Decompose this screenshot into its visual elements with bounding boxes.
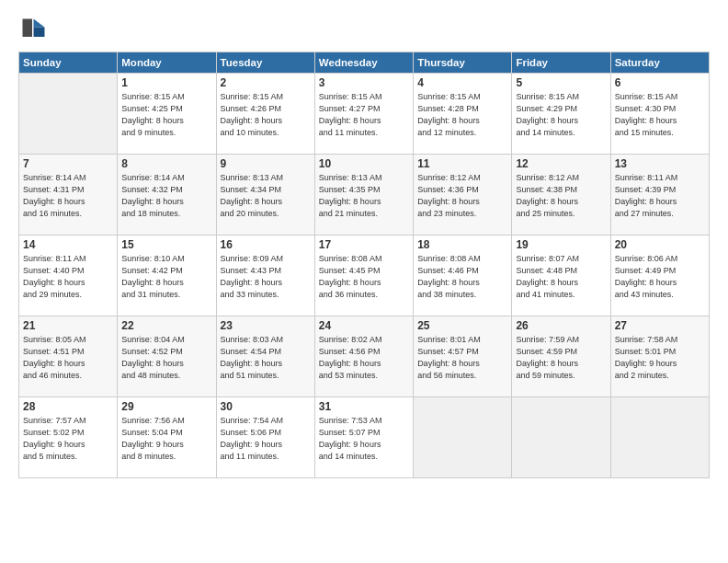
day-number: 23 — [221, 319, 311, 332]
day-info: Sunrise: 8:15 AM Sunset: 4:26 PM Dayligh… — [221, 91, 311, 139]
day-number: 8 — [121, 157, 211, 170]
weekday-header-saturday: Saturday — [610, 52, 709, 74]
weekday-header-friday: Friday — [512, 52, 610, 74]
day-info: Sunrise: 8:03 AM Sunset: 4:54 PM Dayligh… — [221, 334, 311, 382]
day-info: Sunrise: 8:08 AM Sunset: 4:45 PM Dayligh… — [319, 253, 409, 301]
svg-marker-1 — [34, 28, 45, 38]
weekday-header-sunday: Sunday — [19, 52, 118, 74]
day-number: 9 — [221, 157, 311, 170]
calendar-cell: 17Sunrise: 8:08 AM Sunset: 4:45 PM Dayli… — [314, 236, 413, 316]
calendar-cell: 22Sunrise: 8:04 AM Sunset: 4:52 PM Dayli… — [118, 316, 216, 397]
day-number: 26 — [516, 319, 606, 332]
day-info: Sunrise: 8:15 AM Sunset: 4:29 PM Dayligh… — [516, 91, 606, 139]
weekday-header-thursday: Thursday — [414, 52, 512, 74]
calendar-cell — [610, 397, 709, 478]
calendar-cell: 4Sunrise: 8:15 AM Sunset: 4:28 PM Daylig… — [414, 74, 512, 155]
calendar-cell: 26Sunrise: 7:59 AM Sunset: 4:59 PM Dayli… — [512, 316, 610, 397]
day-info: Sunrise: 8:15 AM Sunset: 4:27 PM Dayligh… — [319, 91, 409, 139]
day-number: 20 — [615, 238, 705, 251]
calendar-cell: 18Sunrise: 8:08 AM Sunset: 4:46 PM Dayli… — [414, 236, 512, 316]
day-info: Sunrise: 8:07 AM Sunset: 4:48 PM Dayligh… — [516, 253, 606, 301]
day-info: Sunrise: 8:15 AM Sunset: 4:25 PM Dayligh… — [121, 91, 211, 139]
calendar-cell: 10Sunrise: 8:13 AM Sunset: 4:35 PM Dayli… — [314, 155, 413, 236]
day-number: 27 — [615, 319, 705, 332]
day-info: Sunrise: 7:54 AM Sunset: 5:06 PM Dayligh… — [221, 415, 311, 463]
day-number: 18 — [417, 238, 507, 251]
day-number: 15 — [121, 238, 211, 251]
day-number: 11 — [417, 157, 507, 170]
calendar-cell: 1Sunrise: 8:15 AM Sunset: 4:25 PM Daylig… — [118, 74, 216, 155]
calendar-week-5: 28Sunrise: 7:57 AM Sunset: 5:02 PM Dayli… — [19, 397, 710, 478]
day-number: 6 — [615, 76, 705, 89]
day-number: 10 — [319, 157, 409, 170]
day-info: Sunrise: 8:10 AM Sunset: 4:42 PM Dayligh… — [121, 253, 211, 301]
calendar-cell: 25Sunrise: 8:01 AM Sunset: 4:57 PM Dayli… — [414, 316, 512, 397]
calendar-cell: 12Sunrise: 8:12 AM Sunset: 4:38 PM Dayli… — [512, 155, 610, 236]
day-info: Sunrise: 7:57 AM Sunset: 5:02 PM Dayligh… — [23, 415, 113, 463]
svg-marker-0 — [34, 19, 45, 28]
calendar-cell — [512, 397, 610, 478]
day-info: Sunrise: 8:13 AM Sunset: 4:35 PM Dayligh… — [319, 172, 409, 220]
logo — [18, 15, 48, 42]
calendar-cell: 13Sunrise: 8:11 AM Sunset: 4:39 PM Dayli… — [610, 155, 709, 236]
day-info: Sunrise: 8:09 AM Sunset: 4:43 PM Dayligh… — [221, 253, 311, 301]
day-info: Sunrise: 8:02 AM Sunset: 4:56 PM Dayligh… — [319, 334, 409, 382]
day-number: 17 — [319, 238, 409, 251]
calendar-cell — [414, 397, 512, 478]
calendar-cell: 24Sunrise: 8:02 AM Sunset: 4:56 PM Dayli… — [314, 316, 413, 397]
calendar-cell: 5Sunrise: 8:15 AM Sunset: 4:29 PM Daylig… — [512, 74, 610, 155]
calendar-cell: 21Sunrise: 8:05 AM Sunset: 4:51 PM Dayli… — [19, 316, 118, 397]
day-number: 1 — [121, 76, 211, 89]
calendar-cell: 20Sunrise: 8:06 AM Sunset: 4:49 PM Dayli… — [610, 236, 709, 316]
day-number: 13 — [615, 157, 705, 170]
calendar-cell: 27Sunrise: 7:58 AM Sunset: 5:01 PM Dayli… — [610, 316, 709, 397]
day-info: Sunrise: 7:58 AM Sunset: 5:01 PM Dayligh… — [615, 334, 705, 382]
calendar-week-2: 7Sunrise: 8:14 AM Sunset: 4:31 PM Daylig… — [19, 155, 710, 236]
day-number: 3 — [319, 76, 409, 89]
day-number: 25 — [417, 319, 507, 332]
day-info: Sunrise: 8:14 AM Sunset: 4:32 PM Dayligh… — [121, 172, 211, 220]
day-info: Sunrise: 8:08 AM Sunset: 4:46 PM Dayligh… — [417, 253, 507, 301]
calendar-cell: 23Sunrise: 8:03 AM Sunset: 4:54 PM Dayli… — [216, 316, 314, 397]
calendar-cell: 16Sunrise: 8:09 AM Sunset: 4:43 PM Dayli… — [216, 236, 314, 316]
day-number: 19 — [516, 238, 606, 251]
calendar-week-1: 1Sunrise: 8:15 AM Sunset: 4:25 PM Daylig… — [19, 74, 710, 155]
day-number: 29 — [121, 400, 211, 413]
day-number: 22 — [121, 319, 211, 332]
calendar-cell: 15Sunrise: 8:10 AM Sunset: 4:42 PM Dayli… — [118, 236, 216, 316]
calendar-cell — [19, 74, 118, 155]
day-info: Sunrise: 8:06 AM Sunset: 4:49 PM Dayligh… — [615, 253, 705, 301]
day-info: Sunrise: 8:11 AM Sunset: 4:39 PM Dayligh… — [615, 172, 705, 220]
day-number: 16 — [221, 238, 311, 251]
day-number: 2 — [221, 76, 311, 89]
svg-rect-2 — [23, 19, 33, 38]
day-info: Sunrise: 8:14 AM Sunset: 4:31 PM Dayligh… — [23, 172, 113, 220]
weekday-header-monday: Monday — [118, 52, 216, 74]
day-info: Sunrise: 8:01 AM Sunset: 4:57 PM Dayligh… — [417, 334, 507, 382]
calendar-cell: 11Sunrise: 8:12 AM Sunset: 4:36 PM Dayli… — [414, 155, 512, 236]
calendar-cell: 14Sunrise: 8:11 AM Sunset: 4:40 PM Dayli… — [19, 236, 118, 316]
day-info: Sunrise: 8:15 AM Sunset: 4:30 PM Dayligh… — [615, 91, 705, 139]
day-number: 12 — [516, 157, 606, 170]
header — [18, 15, 710, 42]
day-number: 21 — [23, 319, 113, 332]
day-number: 24 — [319, 319, 409, 332]
day-info: Sunrise: 8:13 AM Sunset: 4:34 PM Dayligh… — [221, 172, 311, 220]
page: SundayMondayTuesdayWednesdayThursdayFrid… — [0, 0, 728, 563]
day-info: Sunrise: 8:11 AM Sunset: 4:40 PM Dayligh… — [23, 253, 113, 301]
calendar-cell: 19Sunrise: 8:07 AM Sunset: 4:48 PM Dayli… — [512, 236, 610, 316]
logo-icon — [18, 15, 46, 42]
day-number: 4 — [417, 76, 507, 89]
calendar-cell: 2Sunrise: 8:15 AM Sunset: 4:26 PM Daylig… — [216, 74, 314, 155]
day-number: 28 — [23, 400, 113, 413]
calendar-cell: 9Sunrise: 8:13 AM Sunset: 4:34 PM Daylig… — [216, 155, 314, 236]
day-info: Sunrise: 8:12 AM Sunset: 4:36 PM Dayligh… — [417, 172, 507, 220]
calendar-cell: 28Sunrise: 7:57 AM Sunset: 5:02 PM Dayli… — [19, 397, 118, 478]
calendar-cell: 7Sunrise: 8:14 AM Sunset: 4:31 PM Daylig… — [19, 155, 118, 236]
day-info: Sunrise: 7:56 AM Sunset: 5:04 PM Dayligh… — [121, 415, 211, 463]
day-info: Sunrise: 7:53 AM Sunset: 5:07 PM Dayligh… — [319, 415, 409, 463]
calendar: SundayMondayTuesdayWednesdayThursdayFrid… — [18, 52, 710, 478]
day-number: 30 — [221, 400, 311, 413]
calendar-cell: 29Sunrise: 7:56 AM Sunset: 5:04 PM Dayli… — [118, 397, 216, 478]
calendar-cell: 8Sunrise: 8:14 AM Sunset: 4:32 PM Daylig… — [118, 155, 216, 236]
